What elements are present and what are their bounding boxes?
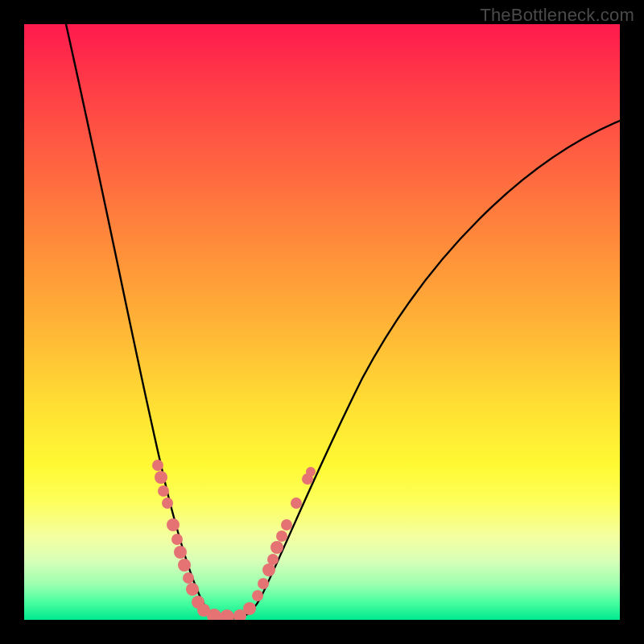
data-marker [267,554,279,565]
chart-frame [24,24,620,620]
data-marker [171,534,183,545]
marker-group [152,460,316,620]
chart-svg [24,24,620,620]
data-marker [220,609,234,620]
data-marker [258,578,269,589]
data-marker [270,541,283,554]
data-marker [178,559,191,572]
data-marker [243,602,256,615]
data-marker [291,497,302,509]
data-marker [162,497,173,509]
watermark-text: TheBottleneck.com [480,5,634,26]
curve-left [66,24,232,618]
curve-right [232,121,620,618]
data-marker [167,518,180,531]
data-marker [276,530,287,542]
data-marker [155,471,167,484]
data-marker [186,583,199,596]
data-marker [158,485,169,497]
data-marker [174,546,187,559]
data-marker [262,564,275,576]
data-marker [183,572,194,584]
data-marker [306,467,316,477]
data-marker [281,519,292,530]
data-marker [152,460,163,471]
data-marker [252,590,263,601]
